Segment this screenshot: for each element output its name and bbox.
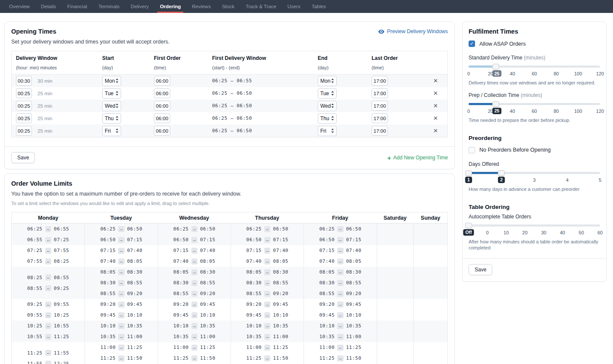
delete-row-button[interactable]: ✕ bbox=[433, 78, 438, 84]
prep-collection-time-slider[interactable]: 02040608010012025 bbox=[469, 101, 600, 115]
last-order-time-input[interactable] bbox=[372, 126, 388, 136]
slider-track[interactable] bbox=[469, 224, 600, 227]
delivery-window-slot[interactable]: 11:00–11:25 bbox=[231, 342, 303, 353]
delete-row-button[interactable]: ✕ bbox=[433, 128, 438, 134]
delivery-window-slot[interactable]: 06:50–07:15 bbox=[231, 234, 303, 245]
delivery-window-slot[interactable]: 08:55–09:25 bbox=[12, 283, 84, 294]
end-day-select[interactable]: Fri bbox=[318, 126, 337, 136]
delivery-window-slot[interactable]: 11:25–11:50 bbox=[304, 353, 376, 364]
delivery-window-slot[interactable]: 08:05–08:30 bbox=[304, 267, 376, 277]
delivery-window-slot[interactable]: 10:35–11:00 bbox=[85, 331, 157, 342]
delivery-window-slot[interactable]: 10:10–10:35 bbox=[304, 320, 376, 331]
delivery-window-slot[interactable]: 08:55–09:20 bbox=[158, 288, 231, 299]
no-preorders-before-opening-checkbox[interactable] bbox=[469, 147, 475, 153]
delivery-window-slot[interactable]: 10:10–10:35 bbox=[158, 320, 231, 331]
nav-tab-reviews[interactable]: Reviews bbox=[186, 0, 216, 13]
delivery-window-slot[interactable]: 06:25–06:50 bbox=[158, 224, 231, 234]
last-order-time-input[interactable] bbox=[372, 76, 388, 86]
end-day-select[interactable]: Wed bbox=[318, 101, 337, 111]
delivery-window-slot[interactable]: 08:05–08:30 bbox=[231, 267, 303, 277]
delivery-window-slot[interactable]: 09:55–10:25 bbox=[12, 310, 84, 320]
delete-row-button[interactable]: ✕ bbox=[433, 103, 438, 109]
delivery-window-slot[interactable]: 07:15–07:40 bbox=[231, 245, 303, 256]
slider-handle[interactable] bbox=[492, 64, 499, 69]
delivery-window-slot[interactable]: 10:35–11:00 bbox=[231, 331, 303, 342]
start-day-select[interactable]: Tue bbox=[102, 88, 121, 99]
delivery-window-slot[interactable]: 06:25–06:55 bbox=[12, 224, 84, 234]
delivery-window-slot[interactable]: 07:25–07:55 bbox=[12, 245, 84, 256]
delivery-window-slot[interactable]: 07:15–07:40 bbox=[158, 245, 231, 256]
start-day-select[interactable]: Mon bbox=[102, 76, 121, 86]
delivery-window-slot[interactable]: 09:20–09:45 bbox=[304, 299, 376, 310]
start-day-select[interactable]: Thu bbox=[102, 113, 121, 124]
delivery-window-slot[interactable]: 09:45–10:10 bbox=[85, 310, 157, 320]
first-order-time-input[interactable] bbox=[154, 101, 170, 111]
nav-tab-users[interactable]: Users bbox=[282, 0, 306, 13]
nav-tab-financial[interactable]: Financial bbox=[62, 0, 93, 13]
delivery-window-duration-input[interactable] bbox=[16, 76, 32, 86]
delivery-window-duration-input[interactable] bbox=[16, 88, 32, 98]
delivery-window-slot[interactable]: 08:05–08:30 bbox=[158, 267, 231, 277]
nav-tab-track-trace[interactable]: Track & Trace bbox=[240, 0, 282, 13]
nav-tab-ordering[interactable]: Ordering bbox=[154, 0, 187, 13]
slider-handle[interactable] bbox=[465, 170, 472, 176]
end-day-select[interactable]: Thu bbox=[318, 113, 337, 124]
start-day-select[interactable]: Fri bbox=[102, 126, 121, 136]
delivery-window-slot[interactable]: 06:25–06:50 bbox=[85, 224, 157, 234]
delivery-window-slot[interactable]: 08:25–08:55 bbox=[12, 272, 84, 283]
delivery-window-duration-input[interactable] bbox=[16, 126, 32, 136]
delivery-window-slot[interactable]: 10:25–10:55 bbox=[12, 320, 84, 331]
delivery-window-slot[interactable]: 07:40–08:05 bbox=[231, 256, 303, 267]
days-offered-slider[interactable]: 1234512 bbox=[469, 170, 600, 184]
opening-times-save-button[interactable]: Save bbox=[11, 152, 35, 163]
delivery-window-slot[interactable]: 08:55–09:20 bbox=[231, 288, 303, 299]
delivery-window-slot[interactable]: 07:40–08:05 bbox=[304, 256, 376, 267]
delivery-window-slot[interactable]: 10:35–11:00 bbox=[158, 331, 231, 342]
delivery-window-slot[interactable]: 09:25–09:55 bbox=[12, 299, 84, 310]
slider-handle[interactable] bbox=[492, 101, 499, 107]
nav-tab-delivery[interactable]: Delivery bbox=[125, 0, 154, 13]
delivery-window-slot[interactable]: 10:10–10:35 bbox=[85, 320, 157, 331]
delivery-window-slot[interactable]: 11:00–11:25 bbox=[158, 342, 231, 353]
slider-handle[interactable] bbox=[498, 170, 505, 176]
delete-row-button[interactable]: ✕ bbox=[433, 115, 438, 121]
delivery-window-slot[interactable]: 09:45–10:10 bbox=[304, 310, 376, 320]
delivery-window-slot[interactable]: 06:25–06:50 bbox=[231, 224, 303, 234]
first-order-time-input[interactable] bbox=[154, 113, 170, 123]
delivery-window-duration-input[interactable] bbox=[16, 113, 32, 123]
fulfilment-save-button[interactable]: Save bbox=[469, 264, 492, 275]
slider-handle[interactable] bbox=[465, 223, 472, 228]
last-order-time-input[interactable] bbox=[372, 113, 388, 123]
delivery-window-slot[interactable]: 10:55–11:25 bbox=[12, 331, 84, 342]
delivery-window-slot[interactable]: 08:30–08:55 bbox=[85, 277, 157, 288]
delivery-window-slot[interactable]: 09:20–09:45 bbox=[231, 299, 303, 310]
delete-row-button[interactable]: ✕ bbox=[433, 90, 438, 96]
nav-tab-tables[interactable]: Tables bbox=[306, 0, 332, 13]
delivery-window-slot[interactable]: 08:30–08:55 bbox=[158, 277, 231, 288]
delivery-window-slot[interactable]: 07:15–07:40 bbox=[304, 245, 376, 256]
delivery-window-slot[interactable]: 11:00–11:25 bbox=[85, 342, 157, 353]
delivery-window-slot[interactable]: 11:55–12:25 bbox=[12, 358, 84, 364]
autocomplete-table-orders-slider[interactable]: Off0102030405060Off bbox=[469, 223, 600, 237]
first-order-time-input[interactable] bbox=[154, 76, 170, 86]
delivery-window-slot[interactable]: 08:30–08:55 bbox=[231, 277, 303, 288]
end-day-select[interactable]: Mon bbox=[318, 76, 337, 86]
delivery-window-slot[interactable]: 11:25–11:55 bbox=[12, 348, 84, 358]
nav-tab-terminals[interactable]: Terminals bbox=[93, 0, 125, 13]
delivery-window-slot[interactable]: 11:25–11:50 bbox=[85, 353, 157, 364]
delivery-window-slot[interactable]: 07:40–08:05 bbox=[85, 256, 157, 267]
delivery-window-slot[interactable]: 07:55–08:25 bbox=[12, 256, 84, 267]
delivery-window-slot[interactable]: 08:30–08:55 bbox=[304, 277, 376, 288]
delivery-window-slot[interactable]: 09:45–10:10 bbox=[158, 310, 231, 320]
nav-tab-stock[interactable]: Stock bbox=[216, 0, 240, 13]
first-order-time-input[interactable] bbox=[154, 126, 170, 136]
start-day-select[interactable]: Wed bbox=[102, 101, 121, 111]
delivery-window-slot[interactable]: 09:45–10:10 bbox=[231, 310, 303, 320]
delivery-window-slot[interactable]: 06:55–07:25 bbox=[12, 234, 84, 245]
preview-delivery-windows-link[interactable]: Preview Delivery Windows bbox=[378, 28, 448, 34]
delivery-window-slot[interactable]: 08:55–09:20 bbox=[304, 288, 376, 299]
delivery-window-duration-input[interactable] bbox=[16, 101, 32, 111]
delivery-window-slot[interactable]: 09:20–09:45 bbox=[85, 299, 157, 310]
delivery-window-slot[interactable]: 10:10–10:35 bbox=[231, 320, 303, 331]
delivery-window-slot[interactable]: 07:15–07:40 bbox=[85, 245, 157, 256]
